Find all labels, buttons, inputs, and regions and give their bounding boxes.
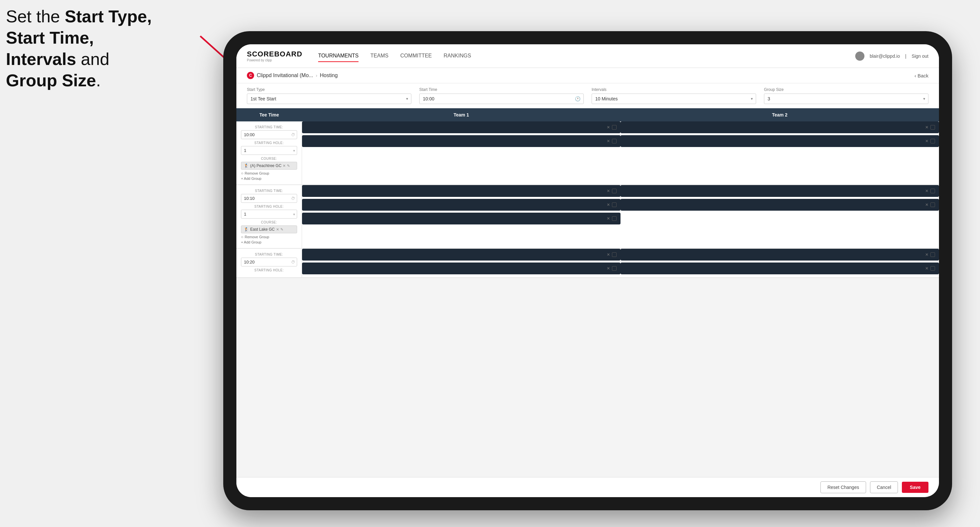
reset-changes-button[interactable]: Reset Changes xyxy=(821,481,866,493)
team1-cell-2: ✕ ✕ xyxy=(302,185,620,248)
nav-committee[interactable]: COMMITTEE xyxy=(400,50,432,62)
course-tag-1: 🏌 (A) Peachtree GC ✕ ✎ xyxy=(241,162,297,170)
col-team1: Team 1 xyxy=(302,108,620,121)
table-body: STARTING TIME: ⏱ STARTING HOLE: 1 xyxy=(236,121,939,278)
schedule-table-container: Tee Time Team 1 Team 2 STARTING TIME: xyxy=(236,108,939,477)
slot-x-icon[interactable]: ✕ xyxy=(607,202,610,207)
slot-x-icon[interactable]: ✕ xyxy=(607,125,610,130)
course-name-2: East Lake GC xyxy=(250,227,275,232)
annotation-line2: Start Time, xyxy=(6,28,94,47)
logo-area: SCOREBOARD Powered by clipp xyxy=(247,50,302,62)
course-remove-icon-1[interactable]: ✕ xyxy=(283,164,286,168)
remove-group-btn-1[interactable]: ○ Remove Group xyxy=(241,171,297,176)
annotation-bold1: Start Type, xyxy=(65,7,152,26)
clock-icon-2: ⏱ xyxy=(291,196,295,201)
nav-teams[interactable]: TEAMS xyxy=(370,50,388,62)
slot-square-icon xyxy=(612,252,617,257)
back-link[interactable]: ‹ Back xyxy=(914,73,929,78)
player-slot-5-1: ✕ xyxy=(302,249,620,260)
slot-x-icon[interactable]: ✕ xyxy=(607,216,610,221)
add-group-btn-1[interactable]: + Add Group xyxy=(241,176,297,181)
clock-icon: 🕐 xyxy=(575,96,581,102)
player-slot-3-3: ✕ xyxy=(302,213,620,224)
side-actions-2: ○ Remove Group + Add Group xyxy=(241,235,297,244)
nav-links: TOURNAMENTS TEAMS COMMITTEE RANKINGS xyxy=(318,50,855,62)
team2-cell-2: ✕ ✕ xyxy=(620,185,939,248)
starting-time-input-1[interactable] xyxy=(241,130,297,139)
starting-time-input-3[interactable] xyxy=(241,257,297,267)
starting-time-input-wrap-3: ⏱ xyxy=(241,257,297,267)
tournament-name[interactable]: Clippd Invitational (Mo... xyxy=(257,73,313,78)
slot-x-icon[interactable]: ✕ xyxy=(925,266,929,271)
annotation-line4: Group Size xyxy=(6,71,96,90)
start-time-label: Start Time xyxy=(419,87,584,92)
intervals-select[interactable]: 10 Minutes xyxy=(592,94,756,104)
starting-time-input-wrap-2: ⏱ xyxy=(241,194,297,203)
course-edit-icon-1[interactable]: ✎ xyxy=(287,164,290,168)
slot-x-icon[interactable]: ✕ xyxy=(607,139,610,143)
start-type-group: Start Type 1st Tee Start xyxy=(247,87,411,104)
slot-x-icon[interactable]: ✕ xyxy=(925,139,929,143)
starting-hole-select-wrap-1: 1 ▾ xyxy=(241,146,297,155)
nav-tournaments[interactable]: TOURNAMENTS xyxy=(318,50,358,62)
remove-group-label-1: Remove Group xyxy=(245,171,269,175)
slot-square-icon xyxy=(612,125,617,130)
breadcrumb-bar: C Clippd Invitational (Mo... › Hosting ‹… xyxy=(236,68,939,83)
starting-hole-select-2[interactable]: 1 xyxy=(241,210,297,219)
starting-time-input-2[interactable] xyxy=(241,194,297,203)
circle-icon-1: ○ xyxy=(241,171,243,176)
schedule-table: Tee Time Team 1 Team 2 STARTING TIME: xyxy=(236,108,939,278)
slot-square-icon xyxy=(612,139,617,143)
save-button[interactable]: Save xyxy=(902,482,929,493)
user-email: blair@clippd.io xyxy=(870,54,900,59)
clock-icon-1: ⏱ xyxy=(291,133,295,137)
slot-x-icon[interactable]: ✕ xyxy=(925,125,929,130)
annotation-line4-end: . xyxy=(96,71,100,90)
col-team2: Team 2 xyxy=(620,108,939,121)
intervals-wrapper: 10 Minutes xyxy=(592,94,756,104)
clock-icon-3: ⏱ xyxy=(291,260,295,265)
starting-hole-label-2: STARTING HOLE: xyxy=(241,205,297,208)
slot-x-icon[interactable]: ✕ xyxy=(925,189,929,193)
footer-bar: Reset Changes Cancel Save xyxy=(236,477,939,497)
cancel-button[interactable]: Cancel xyxy=(870,481,898,493)
slot-square-icon xyxy=(931,202,935,207)
course-flag-icon: 🏌 xyxy=(244,163,249,168)
start-type-select[interactable]: 1st Tee Start xyxy=(247,94,411,104)
add-group-btn-2[interactable]: + Add Group xyxy=(241,240,297,244)
slot-x-icon[interactable]: ✕ xyxy=(925,252,929,257)
sign-out-link[interactable]: Sign out xyxy=(912,54,929,59)
start-time-input[interactable] xyxy=(419,94,584,104)
starting-hole-select-1[interactable]: 1 xyxy=(241,146,297,155)
player-slot-1-2: ✕ xyxy=(302,135,620,147)
slot-square-icon xyxy=(931,266,935,271)
course-remove-icon-2[interactable]: ✕ xyxy=(276,227,279,232)
course-edit-icon-2[interactable]: ✎ xyxy=(280,227,283,232)
breadcrumb-section: Hosting xyxy=(320,73,337,78)
starting-time-label-1: STARTING TIME: xyxy=(241,125,297,129)
slot-x-icon[interactable]: ✕ xyxy=(607,189,610,193)
group-size-group: Group Size 3 xyxy=(764,87,929,104)
annotation-line3-end: and xyxy=(76,49,109,68)
tablet-frame: SCOREBOARD Powered by clipp TOURNAMENTS … xyxy=(223,31,952,510)
player-slot-2-1: ✕ xyxy=(620,121,939,133)
slot-x-icon[interactable]: ✕ xyxy=(925,202,929,207)
slot-square-icon xyxy=(612,266,617,271)
starting-time-label-2: STARTING TIME: xyxy=(241,189,297,193)
tee-side-panel-3: STARTING TIME: ⏱ STARTING HOLE: xyxy=(236,249,302,277)
navbar: SCOREBOARD Powered by clipp TOURNAMENTS … xyxy=(236,44,939,68)
annotation-block: Set the Start Type, Start Time, Interval… xyxy=(6,6,196,91)
team1-cell-1: ✕ ✕ xyxy=(302,121,620,185)
group-size-select[interactable]: 3 xyxy=(764,94,929,104)
slot-x-icon[interactable]: ✕ xyxy=(607,252,610,257)
tournament-icon: C xyxy=(247,72,254,79)
add-group-label-1: + Add Group xyxy=(241,176,261,181)
nav-rankings[interactable]: RANKINGS xyxy=(444,50,471,62)
logo-sub: Powered by clipp xyxy=(247,59,302,62)
add-group-label-2: + Add Group xyxy=(241,240,261,244)
course-label-2: COURSE: xyxy=(241,221,297,224)
slot-x-icon[interactable]: ✕ xyxy=(607,266,610,271)
course-tag-2: 🏌 East Lake GC ✕ ✎ xyxy=(241,225,297,233)
remove-group-btn-2[interactable]: ○ Remove Group xyxy=(241,235,297,239)
starting-hole-label-1: STARTING HOLE: xyxy=(241,141,297,145)
